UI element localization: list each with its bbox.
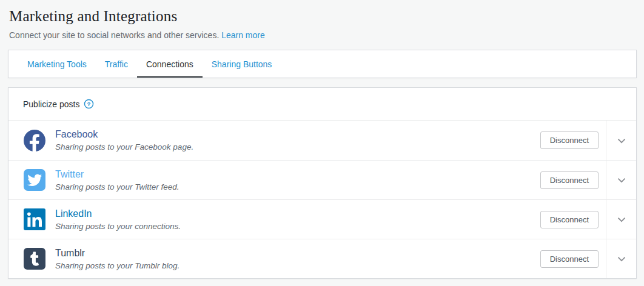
connection-info: Twitter Sharing posts to your Twitter fe… [8,161,540,199]
tab-connections[interactable]: Connections [137,50,203,78]
disconnect-button[interactable]: Disconnect [540,171,599,189]
disconnect-button[interactable]: Disconnect [540,250,599,268]
disconnect-button[interactable]: Disconnect [540,131,599,149]
connection-description: Sharing posts to your Tumblr blog. [55,261,179,271]
section-nav-tabs: Marketing Tools Traffic Connections Shar… [8,50,637,78]
connection-name[interactable]: Facebook [55,128,193,141]
chevron-down-icon [615,252,628,265]
settings-page: Marketing and Integrations Connect your … [0,0,644,279]
tab-traffic[interactable]: Traffic [96,50,137,78]
connection-info: Tumblr Sharing posts to your Tumblr blog… [8,239,540,278]
connection-text: Twitter Sharing posts to your Twitter fe… [55,168,179,193]
expand-toggle[interactable] [606,161,636,199]
connection-text: Facebook Sharing posts to your Facebook … [55,128,193,153]
page-header: Marketing and Integrations Connect your … [8,4,637,41]
connection-row-facebook: Facebook Sharing posts to your Facebook … [8,121,636,160]
learn-more-link[interactable]: Learn more [221,30,265,40]
expand-toggle[interactable] [606,200,636,239]
tab-marketing-tools[interactable]: Marketing Tools [18,50,96,78]
expand-toggle[interactable] [606,121,636,160]
tab-sharing-buttons[interactable]: Sharing Buttons [203,50,281,78]
connection-description: Sharing posts to your Facebook page. [55,142,193,153]
connection-name[interactable]: LinkedIn [55,207,181,220]
connection-info: LinkedIn Sharing posts to your connectio… [8,200,540,239]
twitter-icon [24,169,45,191]
connection-name[interactable]: Tumblr [55,247,179,259]
disconnect-button[interactable]: Disconnect [540,211,599,228]
section-title: Publicize posts [23,99,79,109]
page-description: Connect your site to social networks and… [9,29,636,41]
chevron-down-icon [615,134,628,147]
chevron-down-icon [615,173,628,187]
connection-info: Facebook Sharing posts to your Facebook … [8,121,540,160]
connection-text: Tumblr Sharing posts to your Tumblr blog… [55,247,179,271]
connection-name[interactable]: Twitter [55,168,179,181]
connection-description: Sharing posts to your Twitter feed. [55,182,179,193]
tumblr-icon [24,248,45,270]
connection-row-linkedin: LinkedIn Sharing posts to your connectio… [8,199,636,239]
publicize-section-header: Publicize posts ? [8,88,636,121]
chevron-down-icon [615,213,628,226]
linkedin-icon [24,208,45,230]
connection-row-twitter: Twitter Sharing posts to your Twitter fe… [8,160,636,199]
page-title: Marketing and Integrations [9,6,636,27]
page-description-text: Connect your site to social networks and… [9,30,219,40]
expand-toggle[interactable] [606,239,636,278]
publicize-connections-card: Publicize posts ? Facebook Sh [8,87,637,279]
question-mark-circle-icon[interactable]: ? [84,99,94,109]
connection-row-tumblr: Tumblr Sharing posts to your Tumblr blog… [8,239,636,278]
svg-text:?: ? [87,101,91,107]
connection-text: LinkedIn Sharing posts to your connectio… [55,207,181,232]
connection-description: Sharing posts to your connections. [55,221,181,232]
facebook-icon [24,130,45,151]
